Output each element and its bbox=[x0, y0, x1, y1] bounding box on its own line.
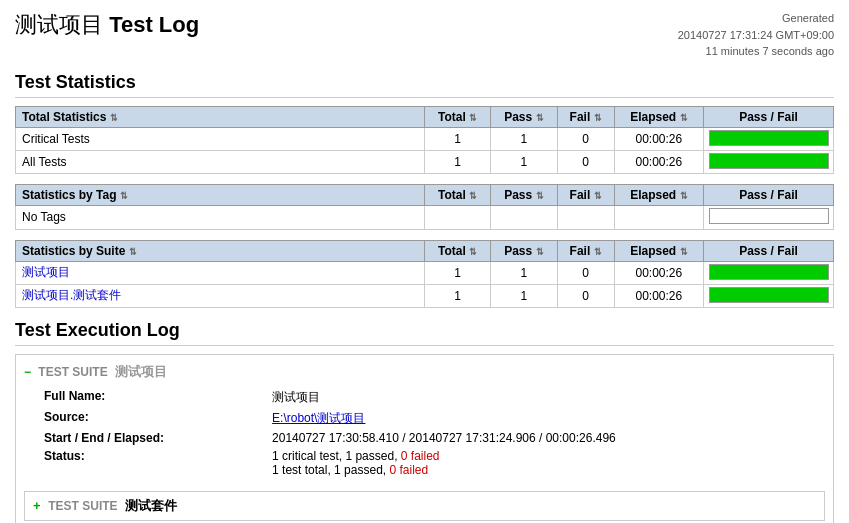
table-row: All Tests 1 1 0 00:00:26 bbox=[16, 150, 834, 173]
row-bar bbox=[704, 127, 834, 150]
row-bar bbox=[704, 150, 834, 173]
full-name-label: Full Name: bbox=[44, 387, 272, 408]
pass-col-header[interactable]: Pass ⇅ bbox=[491, 106, 557, 127]
row-total: 1 bbox=[425, 150, 491, 173]
sub-suite-expand[interactable]: + bbox=[33, 498, 41, 513]
failed-count1: 0 failed bbox=[401, 449, 440, 463]
main-suite-header: − TEST SUITE 测试项目 bbox=[24, 363, 825, 381]
passfail-col-header: Pass / Fail bbox=[704, 106, 834, 127]
suite-row-bar bbox=[704, 284, 834, 307]
source-label: Source: bbox=[44, 408, 272, 429]
main-suite-type-label: TEST SUITE bbox=[38, 365, 107, 379]
suite-row-total: 1 bbox=[425, 261, 491, 284]
row-name: All Tests bbox=[16, 150, 425, 173]
by-suite-table: Statistics by Suite ⇅ Total ⇅ Pass ⇅ Fai… bbox=[15, 240, 834, 308]
table-row: 测试项目 1 1 0 00:00:26 bbox=[16, 261, 834, 284]
row-elapsed: 00:00:26 bbox=[614, 150, 703, 173]
by-tag-table: Statistics by Tag ⇅ Total ⇅ Pass ⇅ Fail … bbox=[15, 184, 834, 230]
no-tags-bar bbox=[709, 208, 829, 224]
suite-row-name[interactable]: 测试项目.测试套件 bbox=[16, 284, 425, 307]
source-row: Source: E:\robot\测试项目 bbox=[44, 408, 845, 429]
execution-section: − TEST SUITE 测试项目 Full Name: 测试项目 Source… bbox=[15, 354, 834, 524]
by-suite-header[interactable]: Statistics by Suite ⇅ bbox=[16, 240, 425, 261]
fail-col-header[interactable]: Fail ⇅ bbox=[557, 106, 614, 127]
full-name-value: 测试项目 bbox=[272, 387, 845, 408]
suite-row-elapsed: 00:00:26 bbox=[614, 284, 703, 307]
row-pass: 1 bbox=[491, 150, 557, 173]
row-fail: 0 bbox=[557, 127, 614, 150]
no-tags-label: No Tags bbox=[16, 205, 425, 229]
sub-suite-name: 测试套件 bbox=[125, 498, 177, 513]
suite-row-pass: 1 bbox=[491, 284, 557, 307]
suite-row-bar bbox=[704, 261, 834, 284]
main-suite-details: Full Name: 测试项目 Source: E:\robot\测试项目 St… bbox=[44, 387, 845, 479]
total-col-header3[interactable]: Total ⇅ bbox=[425, 240, 491, 261]
pass-col-header3[interactable]: Pass ⇅ bbox=[491, 240, 557, 261]
sub-suite-header: + TEST SUITE 测试套件 bbox=[24, 491, 825, 521]
status-line2: 1 test total, 1 passed, 0 failed bbox=[272, 463, 428, 477]
page-title: 测试项目 Test Log bbox=[15, 10, 199, 40]
start-end-row: Start / End / Elapsed: 20140727 17:30:58… bbox=[44, 429, 845, 447]
status-value: 1 critical test, 1 passed, 0 failed 1 te… bbox=[272, 447, 845, 479]
test-statistics-title: Test Statistics bbox=[15, 72, 834, 98]
suite-row-pass: 1 bbox=[491, 261, 557, 284]
total-stats-header[interactable]: Total Statistics ⇅ bbox=[16, 106, 425, 127]
status-line1: 1 critical test, 1 passed, 0 failed bbox=[272, 449, 439, 463]
row-elapsed: 00:00:26 bbox=[614, 127, 703, 150]
suite-row-elapsed: 00:00:26 bbox=[614, 261, 703, 284]
status-row: Status: 1 critical test, 1 passed, 0 fai… bbox=[44, 447, 845, 479]
generated-info: Generated 20140727 17:31:24 GMT+09:00 11… bbox=[678, 10, 834, 60]
elapsed-col-header2[interactable]: Elapsed ⇅ bbox=[614, 184, 703, 205]
total-statistics-table: Total Statistics ⇅ Total ⇅ Pass ⇅ Fail ⇅… bbox=[15, 106, 834, 174]
source-value: E:\robot\测试项目 bbox=[272, 408, 845, 429]
suite-row-fail: 0 bbox=[557, 261, 614, 284]
execution-log-title: Test Execution Log bbox=[15, 320, 834, 346]
table-row: Critical Tests 1 1 0 00:00:26 bbox=[16, 127, 834, 150]
sort-icon: ⇅ bbox=[110, 113, 118, 123]
status-label: Status: bbox=[44, 447, 272, 479]
suite-row-total: 1 bbox=[425, 284, 491, 307]
generated-label: Generated bbox=[782, 12, 834, 24]
sort-icon: ⇅ bbox=[120, 191, 128, 201]
pass-col-header2[interactable]: Pass ⇅ bbox=[491, 184, 557, 205]
source-link[interactable]: E:\robot\测试项目 bbox=[272, 411, 365, 425]
by-tag-header[interactable]: Statistics by Tag ⇅ bbox=[16, 184, 425, 205]
row-pass: 1 bbox=[491, 127, 557, 150]
elapsed-col-header3[interactable]: Elapsed ⇅ bbox=[614, 240, 703, 261]
passfail-col-header3: Pass / Fail bbox=[704, 240, 834, 261]
row-name: Critical Tests bbox=[16, 127, 425, 150]
sub-suite-type-label: TEST SUITE bbox=[48, 499, 117, 513]
no-tags-row: No Tags bbox=[16, 205, 834, 229]
failed-count2: 0 failed bbox=[389, 463, 428, 477]
passfail-col-header2: Pass / Fail bbox=[704, 184, 834, 205]
total-col-header2[interactable]: Total ⇅ bbox=[425, 184, 491, 205]
total-col-header[interactable]: Total ⇅ bbox=[425, 106, 491, 127]
table-row: 测试项目.测试套件 1 1 0 00:00:26 bbox=[16, 284, 834, 307]
sort-icon: ⇅ bbox=[129, 247, 137, 257]
title-chinese: 测试项目 bbox=[15, 12, 103, 37]
suite-row-name[interactable]: 测试项目 bbox=[16, 261, 425, 284]
suite-row-fail: 0 bbox=[557, 284, 614, 307]
page-header: 测试项目 Test Log Generated 20140727 17:31:2… bbox=[15, 10, 834, 60]
elapsed-col-header[interactable]: Elapsed ⇅ bbox=[614, 106, 703, 127]
title-english: Test Log bbox=[109, 12, 199, 37]
start-end-label: Start / End / Elapsed: bbox=[44, 429, 272, 447]
generated-ago: 11 minutes 7 seconds ago bbox=[706, 45, 834, 57]
row-total: 1 bbox=[425, 127, 491, 150]
fail-col-header3[interactable]: Fail ⇅ bbox=[557, 240, 614, 261]
main-suite-name: 测试项目 bbox=[115, 364, 167, 379]
full-name-row: Full Name: 测试项目 bbox=[44, 387, 845, 408]
row-fail: 0 bbox=[557, 150, 614, 173]
start-end-value: 20140727 17:30:58.410 / 20140727 17:31:2… bbox=[272, 429, 845, 447]
generated-datetime: 20140727 17:31:24 GMT+09:00 bbox=[678, 29, 834, 41]
main-suite-expand[interactable]: − bbox=[24, 365, 31, 379]
fail-col-header2[interactable]: Fail ⇅ bbox=[557, 184, 614, 205]
